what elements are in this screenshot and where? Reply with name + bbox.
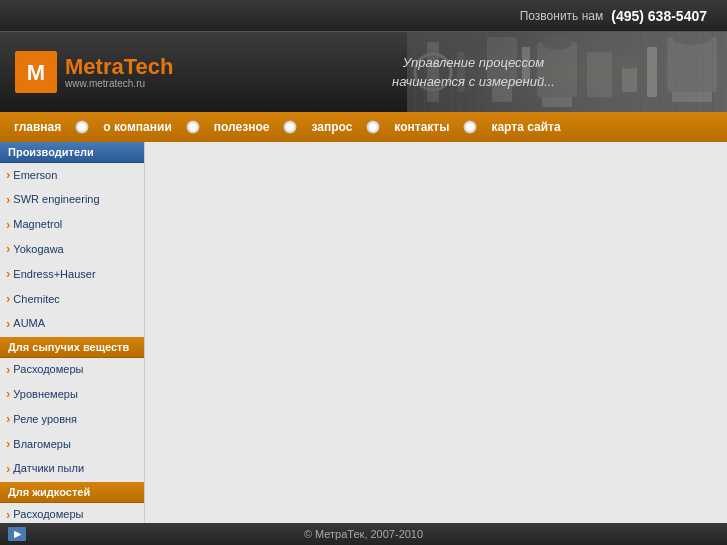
sidebar-link-bulk-moisture[interactable]: Влагомеры (0, 432, 144, 457)
sidebar-link-endress[interactable]: Endress+Hauser (0, 262, 144, 287)
sidebar-link-swr[interactable]: SWR engineering (0, 188, 144, 213)
nav-item-home[interactable]: главная (0, 112, 75, 142)
nav-item-sitemap[interactable]: карта сайта (477, 112, 574, 142)
sidebar-link-emerson[interactable]: Emerson (0, 163, 144, 188)
nav-item-request[interactable]: запрос (297, 112, 366, 142)
content-area (145, 142, 727, 523)
liquid-title: Для жидкостей (0, 482, 144, 503)
logo-icon: M (15, 51, 57, 93)
nav-item-about[interactable]: о компании (89, 112, 185, 142)
manufacturers-title: Производители (0, 142, 144, 163)
svg-rect-18 (672, 92, 712, 102)
logo-text: MetraTech www.metratech.ru (65, 56, 173, 89)
sidebar-link-bulk-relay[interactable]: Реле уровня (0, 407, 144, 432)
sidebar-link-liq-flow[interactable]: Расходомеры (0, 503, 144, 523)
copyright: © МетраТек, 2007-2010 (304, 528, 423, 540)
navigation: главная о компании полезное запрос конта… (0, 112, 727, 142)
footer: ▶ © МетраТек, 2007-2010 (0, 523, 727, 545)
sidebar-link-auma[interactable]: AUMA (0, 312, 144, 337)
nav-separator (463, 120, 477, 134)
sidebar-link-chemitec[interactable]: Chemitec (0, 287, 144, 312)
nav-separator (75, 120, 89, 134)
sidebar-link-bulk-flow[interactable]: Расходомеры (0, 358, 144, 383)
header: M MetraTech www.metratech.ru Управление … (0, 32, 727, 112)
nav-separator (186, 120, 200, 134)
svg-rect-10 (542, 97, 572, 107)
svg-text:M: M (27, 60, 45, 85)
sidebar-link-magnetrol[interactable]: Magnetrol (0, 213, 144, 238)
sidebar: Производители Emerson SWR engineering Ma… (0, 142, 145, 523)
sidebar-link-yokogawa[interactable]: Yokogawa (0, 237, 144, 262)
nav-item-contacts[interactable]: контакты (380, 112, 463, 142)
sidebar-link-bulk-dust[interactable]: Датчики пыли (0, 457, 144, 482)
logo-brand: MetraTech (65, 56, 173, 78)
sidebar-link-bulk-level[interactable]: Уровнемеры (0, 382, 144, 407)
svg-point-11 (542, 34, 572, 50)
logo-area[interactable]: M MetraTech www.metratech.ru (0, 51, 220, 93)
logo-url: www.metratech.ru (65, 78, 173, 89)
call-label: Позвонить нам (520, 9, 604, 23)
footer-icon-label: ▶ (14, 529, 21, 539)
nav-separator (283, 120, 297, 134)
tagline: Управление процессом начинается с измере… (220, 53, 727, 92)
main-content: Производители Emerson SWR engineering Ma… (0, 142, 727, 523)
phone-number: (495) 638-5407 (611, 8, 707, 24)
footer-icon: ▶ (8, 527, 26, 541)
bulk-title: Для сыпучих веществ (0, 337, 144, 358)
top-bar: Позвонить нам (495) 638-5407 (0, 0, 727, 32)
nav-item-useful[interactable]: полезное (200, 112, 284, 142)
nav-separator (366, 120, 380, 134)
